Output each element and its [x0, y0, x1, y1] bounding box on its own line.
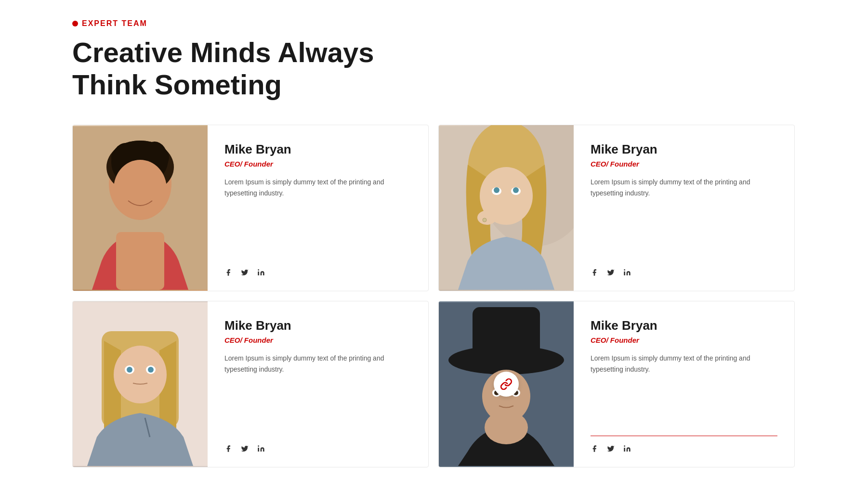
member-2-twitter-icon[interactable] [607, 269, 615, 276]
member-2-social [591, 260, 777, 276]
svg-point-41 [624, 446, 625, 447]
member-4-bio: Lorem Ipsum is simply dummy text of the … [591, 353, 777, 375]
svg-point-6 [114, 160, 167, 218]
link-icon [500, 378, 512, 390]
heading-line-2: Think Someting [72, 69, 282, 100]
section-tag-label: EXPERT TEAM [82, 19, 147, 28]
member-4-overlay-icon[interactable] [494, 372, 519, 397]
member-1-role: CEO/ Founder [224, 160, 411, 168]
member-1-photo [73, 125, 208, 291]
member-3-content: Mike Bryan CEO/ Founder Lorem Ipsum is s… [208, 301, 428, 467]
svg-point-19 [624, 270, 625, 271]
member-3-photo-svg [73, 301, 208, 467]
member-2-photo [439, 125, 574, 291]
member-1-photo-svg [73, 125, 208, 291]
heading-line-1: Creative Minds Always [72, 37, 374, 68]
member-2-name: Mike Bryan [591, 142, 777, 157]
svg-point-23 [114, 346, 167, 403]
member-2-content: Mike Bryan CEO/ Founder Lorem Ipsum is s… [574, 125, 794, 291]
member-1-facebook-icon[interactable] [224, 269, 232, 276]
svg-point-36 [485, 411, 528, 444]
svg-point-30 [258, 446, 259, 447]
svg-rect-7 [116, 232, 164, 290]
member-3-twitter-icon[interactable] [241, 445, 249, 452]
member-2-role: CEO/ Founder [591, 160, 777, 168]
member-4-linkedin-icon[interactable] [623, 445, 631, 452]
svg-rect-34 [473, 307, 540, 362]
team-card-1: Mike Bryan CEO/ Founder Lorem Ipsum is s… [72, 125, 429, 291]
svg-point-8 [258, 270, 259, 271]
member-3-role: CEO/ Founder [224, 336, 411, 344]
member-3-linkedin-icon[interactable] [257, 445, 265, 452]
member-1-content: Mike Bryan CEO/ Founder Lorem Ipsum is s… [208, 125, 428, 291]
svg-point-13 [477, 210, 497, 225]
member-4-role: CEO/ Founder [591, 336, 777, 344]
section-heading: Creative Minds Always Think Someting [72, 37, 795, 101]
member-3-facebook-icon[interactable] [224, 445, 232, 452]
member-4-name: Mike Bryan [591, 318, 777, 333]
member-2-photo-svg [439, 125, 574, 291]
svg-point-17 [513, 187, 519, 193]
member-4-facebook-icon[interactable] [591, 445, 598, 452]
member-2-linkedin-icon[interactable] [623, 269, 631, 276]
member-4-photo [439, 301, 574, 467]
member-1-bio: Lorem Ipsum is simply dummy text of the … [224, 177, 411, 198]
member-3-social [224, 436, 411, 452]
member-3-bio: Lorem Ipsum is simply dummy text of the … [224, 353, 411, 375]
section-tag: EXPERT TEAM [72, 19, 795, 28]
svg-point-15 [494, 187, 499, 193]
member-1-linkedin-icon[interactable] [257, 269, 265, 276]
member-2-facebook-icon[interactable] [591, 269, 598, 276]
svg-point-18 [483, 218, 486, 222]
member-2-bio: Lorem Ipsum is simply dummy text of the … [591, 177, 777, 198]
member-4-twitter-icon[interactable] [607, 445, 615, 452]
tag-dot-icon [72, 21, 78, 26]
member-4-social [591, 436, 777, 452]
page-container: EXPERT TEAM Creative Minds Always Think … [0, 0, 867, 496]
team-card-3: Mike Bryan CEO/ Founder Lorem Ipsum is s… [72, 301, 429, 467]
svg-point-25 [127, 367, 132, 373]
svg-point-27 [148, 367, 154, 373]
member-1-twitter-icon[interactable] [241, 269, 249, 276]
team-grid: Mike Bryan CEO/ Founder Lorem Ipsum is s… [72, 125, 795, 467]
member-1-social [224, 260, 411, 276]
member-4-content: Mike Bryan CEO/ Founder Lorem Ipsum is s… [574, 301, 794, 467]
member-1-name: Mike Bryan [224, 142, 411, 157]
member-3-photo [73, 301, 208, 467]
team-card-2: Mike Bryan CEO/ Founder Lorem Ipsum is s… [438, 125, 795, 291]
member-3-name: Mike Bryan [224, 318, 411, 333]
team-card-4: Mike Bryan CEO/ Founder Lorem Ipsum is s… [438, 301, 795, 467]
